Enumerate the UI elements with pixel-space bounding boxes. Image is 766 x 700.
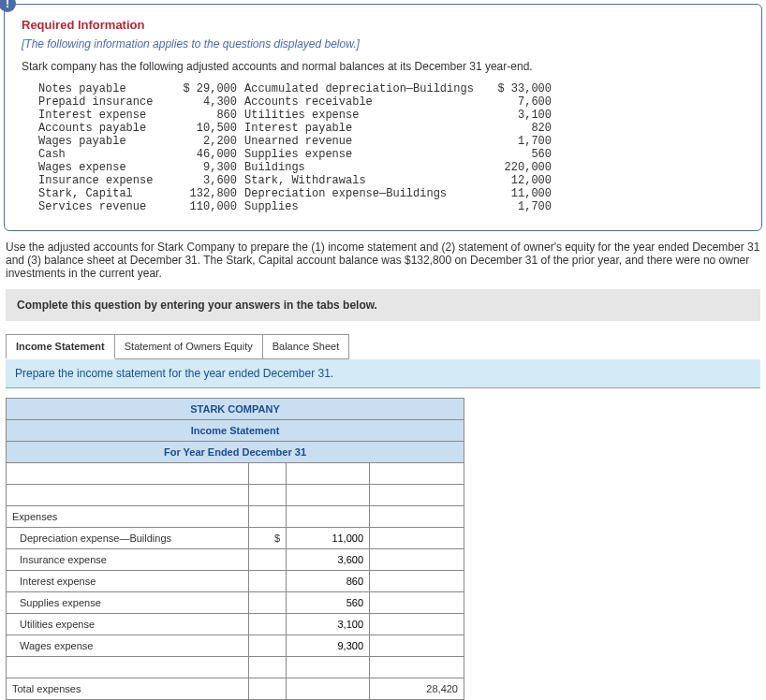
expense-input-supplies[interactable] bbox=[292, 597, 363, 608]
instruction-bar: Complete this question by entering your … bbox=[6, 289, 760, 321]
total-expenses-value: 28,420 bbox=[370, 678, 464, 700]
sheet-report: Income Statement bbox=[7, 420, 464, 442]
expense-input-utilities[interactable] bbox=[292, 619, 363, 630]
expense-row-utilities[interactable]: Utilities expense bbox=[7, 614, 249, 635]
info-card: ! Required Information [The following in… bbox=[4, 4, 762, 231]
expense-input-interest[interactable] bbox=[292, 576, 363, 587]
tab-owners-equity[interactable]: Statement of Owners Equity bbox=[115, 334, 263, 359]
expense-input-wages[interactable] bbox=[292, 640, 363, 651]
tab-strip: Income Statement Statement of Owners Equ… bbox=[6, 334, 760, 359]
applies-note: [The following information applies to th… bbox=[22, 37, 744, 51]
accounts-table: Notes payable Prepaid insurance Interest… bbox=[38, 82, 728, 213]
expense-input-depreciation[interactable] bbox=[292, 532, 363, 544]
tab-income-statement[interactable]: Income Statement bbox=[6, 334, 115, 359]
income-statement-sheet: STARK COMPANY Income Statement For Year … bbox=[6, 398, 464, 700]
sheet-period: For Year Ended December 31 bbox=[7, 442, 464, 463]
expense-row-insurance[interactable]: Insurance expense bbox=[7, 549, 249, 571]
tab-balance-sheet[interactable]: Balance Sheet bbox=[263, 334, 350, 359]
prepare-instruction: Prepare the income statement for the yea… bbox=[6, 359, 760, 388]
question-paragraph: Use the adjusted accounts for Stark Comp… bbox=[0, 235, 766, 289]
expenses-heading: Expenses bbox=[7, 506, 249, 528]
expense-row-depreciation[interactable]: Depreciation expense—Buildings bbox=[7, 528, 249, 549]
sheet-company: STARK COMPANY bbox=[7, 399, 464, 420]
total-expenses-label: Total expenses bbox=[7, 678, 249, 700]
expense-row-supplies[interactable]: Supplies expense bbox=[7, 592, 249, 614]
expense-input-insurance[interactable] bbox=[292, 554, 363, 565]
alert-icon: ! bbox=[0, 0, 16, 12]
expense-row-wages[interactable]: Wages expense bbox=[7, 635, 249, 657]
intro-text: Stark company has the following adjusted… bbox=[22, 60, 744, 73]
required-info-heading: Required Information bbox=[22, 18, 744, 32]
expense-row-interest[interactable]: Interest expense bbox=[7, 571, 249, 592]
